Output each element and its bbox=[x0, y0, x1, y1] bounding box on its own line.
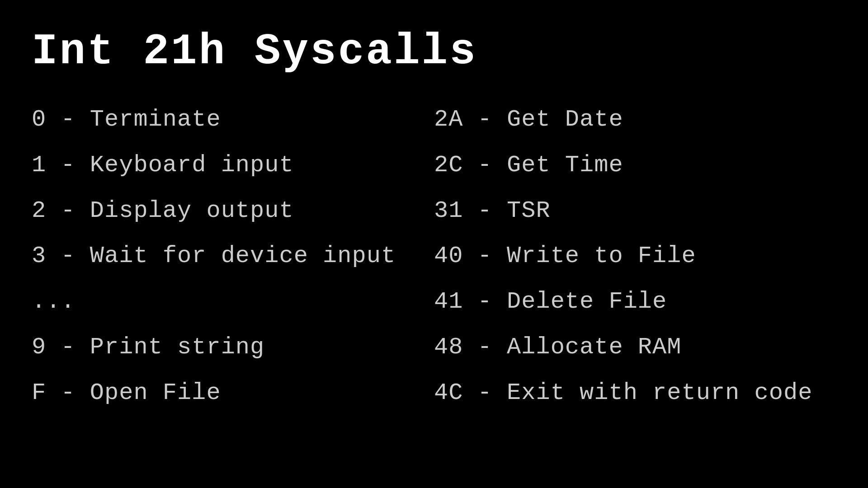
right-column: 2A - Get Date2C - Get Time31 - TSR40 - W… bbox=[434, 103, 836, 422]
syscall-48: 48 - Allocate RAM bbox=[434, 331, 836, 364]
page-title: Int 21h Syscalls bbox=[32, 27, 836, 76]
syscall-f: F - Open File bbox=[32, 377, 434, 410]
syscall-2a: 2A - Get Date bbox=[434, 103, 836, 136]
syscall-2c: 2C - Get Time bbox=[434, 149, 836, 182]
syscall-0: 0 - Terminate bbox=[32, 103, 434, 136]
syscall-2: 2 - Display output bbox=[32, 195, 434, 228]
left-column: 0 - Terminate1 - Keyboard input2 - Displ… bbox=[32, 103, 434, 422]
syscall-9: 9 - Print string bbox=[32, 331, 434, 364]
syscall-40: 40 - Write to File bbox=[434, 240, 836, 273]
syscall-31: 31 - TSR bbox=[434, 195, 836, 228]
syscall-ellipsis: ... bbox=[32, 286, 434, 319]
syscall-3: 3 - Wait for device input bbox=[32, 240, 434, 273]
syscall-41: 41 - Delete File bbox=[434, 286, 836, 319]
syscall-4c: 4C - Exit with return code bbox=[434, 377, 836, 410]
main-container: Int 21h Syscalls 0 - Terminate1 - Keyboa… bbox=[0, 0, 868, 488]
syscalls-content: 0 - Terminate1 - Keyboard input2 - Displ… bbox=[32, 103, 836, 422]
syscall-1: 1 - Keyboard input bbox=[32, 149, 434, 182]
